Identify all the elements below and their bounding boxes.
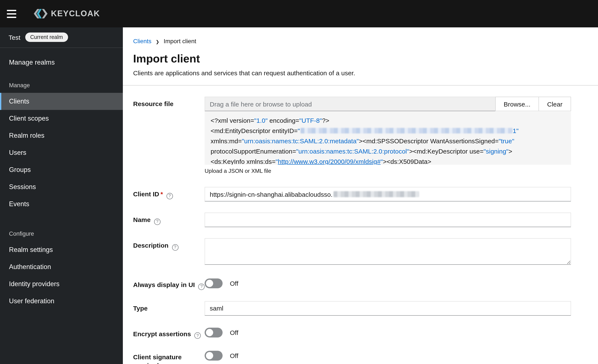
encrypt-assertions-row: Encrypt assertions? Off (133, 327, 571, 339)
description-help-icon[interactable]: ? (172, 244, 178, 251)
import-client-form: Resource file Browse... Clear <?xml vers… (123, 86, 598, 364)
description-label-cell: Description? (133, 238, 205, 267)
sidebar-item-realm-settings[interactable]: Realm settings (0, 241, 123, 258)
sidebar-nav: Manage realms Manage Clients Client scop… (0, 48, 123, 310)
client-id-label: Client ID (133, 190, 159, 198)
client-id-redacted-text (333, 191, 419, 197)
resource-file-helper-text: Upload a JSON or XML file (205, 168, 571, 174)
toggle-knob (206, 280, 213, 287)
client-signature-label-cell: Client signature required? (133, 350, 205, 364)
client-id-label-cell: Client ID*? (133, 187, 205, 202)
client-signature-state: Off (230, 351, 238, 361)
keycloak-logo-text: KEYCLOAK (51, 9, 100, 18)
name-help-icon[interactable]: ? (154, 218, 160, 225)
browse-button[interactable]: Browse... (495, 97, 539, 111)
client-id-row: Client ID*? https://signin-cn-shanghai.a… (133, 187, 571, 202)
name-label: Name (133, 216, 151, 223)
breadcrumb-clients-link[interactable]: Clients (133, 38, 151, 44)
toggle-knob (206, 329, 213, 336)
always-display-help-icon[interactable]: ? (198, 283, 205, 290)
always-display-state: Off (230, 278, 238, 288)
description-row: Description? (133, 238, 571, 267)
sidebar-item-user-federation[interactable]: User federation (0, 292, 123, 310)
description-textarea[interactable] (205, 238, 571, 265)
masthead: KEYCLOAK (0, 0, 598, 27)
sidebar: Test Current realm Manage realms Manage … (0, 27, 123, 364)
sidebar-item-identity-providers[interactable]: Identity providers (0, 275, 123, 292)
realm-name: Test (8, 33, 20, 41)
encrypt-assertions-toggle[interactable] (205, 327, 223, 337)
hamburger-bar (7, 13, 16, 14)
encrypt-assertions-state: Off (230, 327, 238, 337)
current-realm-badge: Current realm (25, 32, 68, 42)
name-row: Name? (133, 213, 571, 227)
required-asterisk: * (160, 190, 163, 198)
encrypt-assertions-label-cell: Encrypt assertions? (133, 327, 205, 339)
main-content: Clients ❯ Import client Import client Cl… (123, 27, 598, 364)
encrypt-assertions-help-icon[interactable]: ? (194, 332, 201, 339)
page-title: Import client (133, 52, 588, 65)
sidebar-item-users[interactable]: Users (0, 144, 123, 161)
sidebar-item-client-scopes[interactable]: Client scopes (0, 110, 123, 127)
sidebar-item-events[interactable]: Events (0, 195, 123, 213)
type-row: Type (133, 301, 571, 315)
name-input[interactable] (205, 213, 571, 227)
xml-redacted-text (300, 128, 512, 133)
client-signature-row: Client signature required? Off (133, 350, 571, 364)
breadcrumb-separator-icon: ❯ (156, 39, 159, 44)
sidebar-item-realm-roles[interactable]: Realm roles (0, 127, 123, 144)
sidebar-item-groups[interactable]: Groups (0, 161, 123, 178)
realm-selector[interactable]: Test Current realm (0, 27, 123, 48)
sidebar-item-authentication[interactable]: Authentication (0, 258, 123, 275)
sidebar-item-sessions[interactable]: Sessions (0, 178, 123, 195)
hamburger-bar (7, 16, 16, 18)
always-display-row: Always display in UI? Off (133, 278, 571, 290)
resource-file-label: Resource file (133, 100, 173, 107)
description-label: Description (133, 242, 168, 249)
resource-file-upload-group: Browse... Clear (205, 97, 571, 111)
encrypt-assertions-label: Encrypt assertions (133, 330, 191, 337)
keycloak-logo-icon (33, 8, 48, 19)
breadcrumb: Clients ❯ Import client (133, 38, 588, 44)
hamburger-menu-button[interactable] (7, 5, 24, 22)
type-label-cell: Type (133, 301, 205, 315)
always-display-toggle[interactable] (205, 278, 223, 288)
keycloak-logo[interactable]: KEYCLOAK (33, 8, 100, 19)
resource-file-input[interactable] (205, 97, 496, 111)
client-id-help-icon[interactable]: ? (166, 193, 173, 199)
nav-group-manage: Manage (0, 71, 123, 93)
name-label-cell: Name? (133, 213, 205, 227)
sidebar-item-manage-realms[interactable]: Manage realms (0, 54, 123, 71)
always-display-label: Always display in UI (133, 281, 195, 288)
client-signature-toggle[interactable] (205, 351, 223, 361)
type-label: Type (133, 304, 148, 312)
hamburger-bar (7, 10, 16, 11)
sidebar-item-clients[interactable]: Clients (0, 93, 123, 110)
resource-file-xml-preview[interactable]: <?xml version="1.0" encoding="UTF-8"?><m… (205, 112, 571, 165)
breadcrumb-current: Import client (164, 38, 196, 44)
clear-button[interactable]: Clear (539, 97, 571, 111)
client-id-input[interactable]: https://signin-cn-shanghai.alibabaclouds… (205, 187, 571, 202)
toggle-knob (206, 352, 213, 359)
resource-file-row: Resource file Browse... Clear <?xml vers… (133, 97, 571, 174)
client-id-value: https://signin-cn-shanghai.alibabaclouds… (210, 191, 332, 198)
page-header: Clients ❯ Import client Import client Cl… (123, 27, 598, 86)
resource-file-label-cell: Resource file (133, 97, 205, 174)
keycloak-admin-console: KEYCLOAK Test Current realm Manage realm… (0, 0, 598, 364)
client-signature-label: Client signature required (133, 353, 182, 364)
page-subtitle: Clients are applications and services th… (133, 69, 588, 77)
type-input[interactable] (205, 301, 571, 315)
always-display-label-cell: Always display in UI? (133, 278, 205, 290)
nav-group-configure: Configure (0, 213, 123, 241)
